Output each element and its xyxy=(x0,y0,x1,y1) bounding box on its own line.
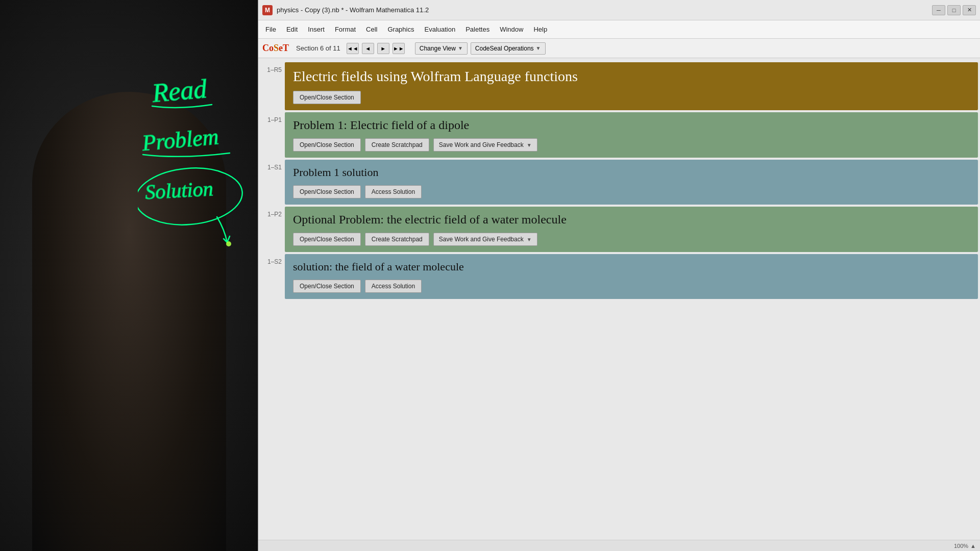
section-s1-heading: Problem 1 solution xyxy=(293,166,970,179)
section-s2-block: solution: the field of a water molecule … xyxy=(285,254,978,299)
handwriting-overlay: Read Problem Solution xyxy=(138,61,250,276)
section-p2-label: 1–P2 xyxy=(260,207,285,218)
s1-open-close-button[interactable]: Open/Close Section xyxy=(293,185,361,198)
section-s2-buttons: Open/Close Section Access Solution xyxy=(293,280,970,293)
menu-help[interactable]: Help xyxy=(528,23,552,35)
section-r5-wrapper: 1–R5 Electric fields using Wolfram Langu… xyxy=(258,62,980,110)
section-p1-wrapper: 1–P1 Problem 1: Electric field of a dipo… xyxy=(258,112,980,158)
p1-save-feedback-dropdown[interactable]: Save Work and Give Feedback ▼ xyxy=(433,138,537,152)
section-s1-buttons: Open/Close Section Access Solution xyxy=(293,185,970,198)
window-controls: ─ □ ✕ xyxy=(932,5,976,15)
scroll-up-icon[interactable]: ▲ xyxy=(970,543,976,549)
s2-open-close-button[interactable]: Open/Close Section xyxy=(293,280,361,293)
svg-text:Solution: Solution xyxy=(144,177,214,204)
mathematica-window: M physics - Copy (3).nb * - Wolfram Math… xyxy=(258,0,980,551)
s2-access-solution-button[interactable]: Access Solution xyxy=(365,280,422,293)
p1-create-scratchpad-button[interactable]: Create Scratchpad xyxy=(365,138,429,152)
video-panel: Read Problem Solution xyxy=(0,0,258,551)
menu-file[interactable]: File xyxy=(260,23,281,35)
menu-palettes[interactable]: Palettes xyxy=(460,23,495,35)
menu-edit[interactable]: Edit xyxy=(281,23,303,35)
section-r5-buttons: Open/Close Section xyxy=(293,91,970,104)
r5-open-close-button[interactable]: Open/Close Section xyxy=(293,91,361,104)
section-indicator: Section 6 of 11 xyxy=(296,44,340,52)
section-s1-block: Problem 1 solution Open/Close Section Ac… xyxy=(285,160,978,205)
menu-format[interactable]: Format xyxy=(330,23,361,35)
menu-cell[interactable]: Cell xyxy=(361,23,382,35)
section-p1-buttons: Open/Close Section Create Scratchpad Sav… xyxy=(293,138,970,152)
p2-save-feedback-dropdown[interactable]: Save Work and Give Feedback ▼ xyxy=(433,233,537,246)
section-s2-wrapper: 1–S2 solution: the field of a water mole… xyxy=(258,254,980,299)
section-p2-buttons: Open/Close Section Create Scratchpad Sav… xyxy=(293,233,970,246)
nav-last-button[interactable]: ►► xyxy=(393,43,405,54)
video-background: Read Problem Solution xyxy=(0,0,258,551)
nav-next-button[interactable]: ► xyxy=(377,43,389,54)
change-view-dropdown[interactable]: Change View ▼ xyxy=(415,42,468,55)
menu-bar: File Edit Insert Format Cell Graphics Ev… xyxy=(258,20,980,39)
svg-text:Problem: Problem xyxy=(141,124,220,156)
menu-graphics[interactable]: Graphics xyxy=(382,23,419,35)
minimize-button[interactable]: ─ xyxy=(932,5,945,15)
svg-point-4 xyxy=(226,241,231,246)
status-bar: 100% ▲ xyxy=(258,540,980,551)
change-view-arrow-icon: ▼ xyxy=(458,45,463,51)
section-s2-heading: solution: the field of a water molecule xyxy=(293,260,970,273)
section-p1-block: Problem 1: Electric field of a dipole Op… xyxy=(285,112,978,158)
nav-first-button[interactable]: ◄◄ xyxy=(347,43,359,54)
p1-save-arrow-icon: ▼ xyxy=(527,142,532,148)
nav-prev-button[interactable]: ◄ xyxy=(362,43,374,54)
window-title: physics - Copy (3).nb * - Wolfram Mathem… xyxy=(277,6,932,14)
p1-open-close-button[interactable]: Open/Close Section xyxy=(293,138,361,152)
section-s2-label: 1–S2 xyxy=(260,254,285,265)
content-area: 1–R5 Electric fields using Wolfram Langu… xyxy=(258,58,980,540)
section-p1-heading: Problem 1: Electric field of a dipole xyxy=(293,118,970,132)
section-s1-wrapper: 1–S1 Problem 1 solution Open/Close Secti… xyxy=(258,160,980,205)
p2-open-close-button[interactable]: Open/Close Section xyxy=(293,233,361,246)
s1-access-solution-button[interactable]: Access Solution xyxy=(365,185,422,198)
coset-logo: CoSeT xyxy=(262,43,289,54)
section-s1-label: 1–S1 xyxy=(260,160,285,171)
menu-evaluation[interactable]: Evaluation xyxy=(419,23,460,35)
section-p2-block: Optional Problem: the electric field of … xyxy=(285,207,978,252)
toolbar: CoSeT Section 6 of 11 ◄◄ ◄ ► ►► Change V… xyxy=(258,39,980,58)
close-button[interactable]: ✕ xyxy=(963,5,976,15)
title-bar: M physics - Copy (3).nb * - Wolfram Math… xyxy=(258,0,980,20)
codeseal-dropdown[interactable]: CodeSeal Operations ▼ xyxy=(471,42,546,55)
p2-create-scratchpad-button[interactable]: Create Scratchpad xyxy=(365,233,429,246)
p2-save-arrow-icon: ▼ xyxy=(527,237,532,242)
section-r5-label: 1–R5 xyxy=(260,62,285,73)
zoom-level: 100% xyxy=(954,543,968,549)
menu-window[interactable]: Window xyxy=(495,23,528,35)
svg-text:Read: Read xyxy=(151,74,208,108)
section-p1-label: 1–P1 xyxy=(260,112,285,123)
menu-insert[interactable]: Insert xyxy=(303,23,330,35)
section-r5-block: Electric fields using Wolfram Language f… xyxy=(285,62,978,110)
app-icon: M xyxy=(262,5,273,15)
codeseal-arrow-icon: ▼ xyxy=(536,45,541,51)
section-p2-wrapper: 1–P2 Optional Problem: the electric fiel… xyxy=(258,207,980,252)
section-p2-heading: Optional Problem: the electric field of … xyxy=(293,213,970,227)
maximize-button[interactable]: □ xyxy=(947,5,961,15)
section-r5-heading: Electric fields using Wolfram Language f… xyxy=(293,68,970,85)
